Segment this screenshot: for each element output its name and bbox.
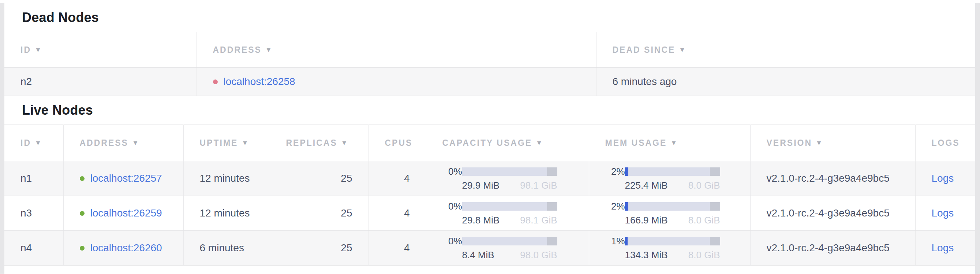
page-gutter-right bbox=[975, 3, 980, 274]
logs-link[interactable]: Logs bbox=[932, 172, 954, 184]
capacity-usage-cell: 0% 29.9 MiB 98.1 GiB bbox=[426, 161, 589, 196]
usage-total-label: 8.0 GiB bbox=[688, 215, 720, 226]
column-label: CPUS bbox=[385, 138, 413, 148]
usage-used-label: 134.3 MiB bbox=[625, 250, 668, 261]
live-column-header-uptime[interactable]: UPTIME▼ bbox=[183, 125, 270, 161]
column-label: REPLICAS bbox=[286, 138, 337, 148]
column-label: CAPACITY USAGE bbox=[442, 138, 533, 148]
live-column-header-version[interactable]: VERSION▼ bbox=[750, 125, 915, 161]
logs-link[interactable]: Logs bbox=[932, 207, 954, 219]
usage-bar-end-block bbox=[710, 167, 720, 176]
dead-nodes-header-row: ID▼ ADDRESS▼ DEAD SINCE▼ bbox=[5, 32, 975, 68]
logs-cell: Logs bbox=[915, 196, 975, 231]
table-row-live-node-n4: n4 localhost:26260 6 minutes 25 4 0% bbox=[5, 231, 975, 266]
uptime-cell: 12 minutes bbox=[183, 196, 270, 231]
live-column-header-cpus: CPUS bbox=[369, 125, 426, 161]
sort-desc-icon: ▼ bbox=[242, 139, 248, 147]
usage-bar-end-block bbox=[547, 202, 557, 210]
live-nodes-title: Live Nodes bbox=[5, 96, 975, 124]
replicas-cell: 25 bbox=[270, 196, 369, 231]
node-address-link[interactable]: localhost:26260 bbox=[91, 242, 162, 254]
usage-total-label: 98.1 GiB bbox=[520, 215, 557, 226]
mem-usage-cell: 2% 166.9 MiB 8.0 GiB bbox=[589, 196, 750, 231]
live-nodes-table: ID▼ ADDRESS▼ UPTIME▼ REPLICAS▼ CPUS bbox=[5, 124, 975, 266]
alive-status-dot-icon bbox=[80, 246, 84, 250]
mem-usage-cell: 2% 225.4 MiB 8.0 GiB bbox=[589, 161, 750, 196]
live-column-header-mem-usage[interactable]: MEM USAGE▼ bbox=[589, 125, 750, 161]
sort-desc-icon: ▼ bbox=[341, 139, 348, 147]
capacity-usage-bar bbox=[462, 167, 557, 176]
node-address-link[interactable]: localhost:26258 bbox=[224, 76, 295, 88]
usage-used-label: 8.4 MiB bbox=[462, 250, 495, 261]
dead-nodes-table: ID▼ ADDRESS▼ DEAD SINCE▼ n2 bbox=[5, 32, 975, 96]
node-address-cell: localhost:26257 bbox=[63, 161, 183, 196]
alive-status-dot-icon bbox=[80, 176, 84, 181]
live-column-header-address[interactable]: ADDRESS▼ bbox=[63, 125, 183, 161]
mem-usage-bar bbox=[625, 202, 720, 210]
live-column-header-logs: LOGS bbox=[915, 125, 975, 161]
version-cell: v2.1.0-rc.2-4-g3e9a4e9bc5 bbox=[750, 196, 915, 231]
logs-cell: Logs bbox=[915, 231, 975, 266]
column-label: LOGS bbox=[932, 138, 960, 148]
logs-cell: Logs bbox=[915, 161, 975, 196]
usage-total-label: 8.0 GiB bbox=[688, 250, 720, 261]
usage-percent-label: 2% bbox=[589, 166, 625, 177]
uptime-cell: 12 minutes bbox=[183, 161, 270, 196]
dead-column-header-address[interactable]: ADDRESS▼ bbox=[197, 32, 596, 68]
capacity-usage-bar bbox=[462, 237, 557, 245]
sort-desc-icon: ▼ bbox=[265, 46, 272, 54]
version-cell: v2.1.0-rc.2-4-g3e9a4e9bc5 bbox=[750, 161, 915, 196]
usage-bar-end-block bbox=[547, 237, 557, 245]
previous-section-bottom-edge bbox=[0, 0, 980, 3]
usage-percent-label: 0% bbox=[426, 201, 462, 212]
logs-link[interactable]: Logs bbox=[932, 242, 954, 253]
table-row-dead-node-n2: n2 localhost:26258 6 minutes ago bbox=[5, 68, 975, 96]
column-label: ID bbox=[21, 138, 31, 148]
usage-bar-end-block bbox=[710, 237, 720, 245]
dead-status-dot-icon bbox=[213, 80, 218, 84]
usage-total-label: 8.0 GiB bbox=[688, 180, 720, 191]
column-label: MEM USAGE bbox=[605, 138, 667, 148]
table-row-live-node-n3: n3 localhost:26259 12 minutes 25 4 0% bbox=[5, 196, 975, 231]
column-label: ADDRESS bbox=[80, 138, 129, 148]
replicas-cell: 25 bbox=[270, 231, 369, 266]
usage-percent-label: 0% bbox=[426, 236, 462, 247]
node-address-cell: localhost:26259 bbox=[63, 196, 183, 231]
live-column-header-replicas[interactable]: REPLICAS▼ bbox=[270, 125, 369, 161]
mem-usage-cell: 1% 134.3 MiB 8.0 GiB bbox=[589, 231, 750, 266]
column-label: DEAD SINCE bbox=[612, 45, 676, 54]
column-label: VERSION bbox=[767, 138, 812, 148]
column-label: ID bbox=[21, 45, 31, 54]
node-id-cell: n4 bbox=[5, 231, 63, 266]
sort-desc-icon: ▼ bbox=[816, 139, 822, 147]
sort-desc-icon: ▼ bbox=[536, 139, 542, 147]
usage-percent-label: 1% bbox=[589, 236, 625, 247]
sort-desc-icon: ▼ bbox=[132, 139, 139, 147]
sort-desc-icon: ▼ bbox=[35, 46, 41, 54]
dead-column-header-dead-since[interactable]: DEAD SINCE▼ bbox=[596, 32, 975, 68]
sort-desc-icon: ▼ bbox=[35, 139, 41, 147]
live-column-header-id[interactable]: ID▼ bbox=[5, 125, 63, 161]
usage-bar-used-segment bbox=[625, 202, 628, 210]
table-row-live-node-n1: n1 localhost:26257 12 minutes 25 4 0% bbox=[5, 161, 975, 196]
dead-since-cell: 6 minutes ago bbox=[596, 68, 975, 96]
node-address-link[interactable]: localhost:26257 bbox=[91, 172, 162, 184]
capacity-usage-cell: 0% 29.8 MiB 98.1 GiB bbox=[426, 196, 589, 231]
live-nodes-header-row: ID▼ ADDRESS▼ UPTIME▼ REPLICAS▼ CPUS bbox=[5, 125, 975, 161]
alive-status-dot-icon bbox=[80, 211, 84, 216]
usage-total-label: 98.0 GiB bbox=[520, 250, 557, 261]
live-column-header-capacity-usage[interactable]: CAPACITY USAGE▼ bbox=[426, 125, 589, 161]
node-id-cell: n1 bbox=[5, 161, 63, 196]
usage-used-label: 29.8 MiB bbox=[462, 215, 500, 226]
dead-column-header-id[interactable]: ID▼ bbox=[5, 32, 197, 68]
page-gutter-left bbox=[0, 3, 5, 274]
node-address-link[interactable]: localhost:26259 bbox=[91, 207, 162, 219]
capacity-usage-cell: 0% 8.4 MiB 98.0 GiB bbox=[426, 231, 589, 266]
version-cell: v2.1.0-rc.2-4-g3e9a4e9bc5 bbox=[750, 231, 915, 266]
dead-nodes-title: Dead Nodes bbox=[5, 3, 975, 32]
usage-used-label: 166.9 MiB bbox=[625, 215, 668, 226]
replicas-cell: 25 bbox=[270, 161, 369, 196]
cpus-cell: 4 bbox=[369, 161, 426, 196]
node-id-cell: n2 bbox=[5, 68, 197, 96]
usage-percent-label: 0% bbox=[426, 166, 462, 177]
